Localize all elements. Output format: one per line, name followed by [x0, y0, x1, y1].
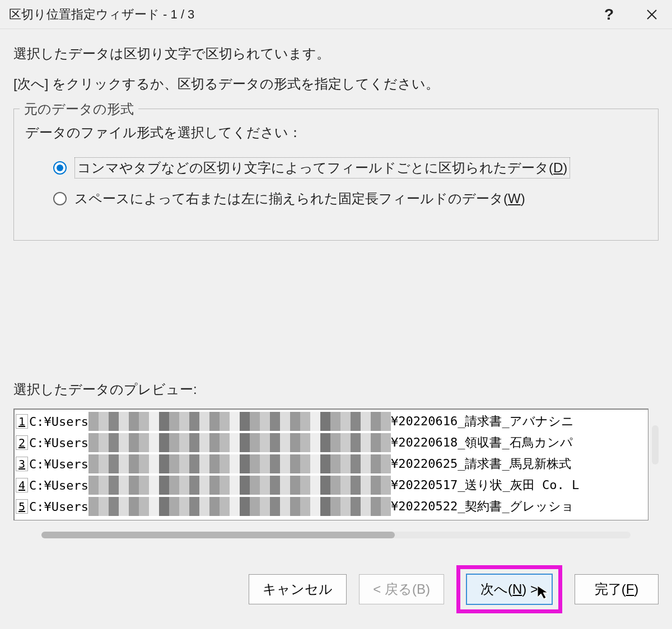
help-icon[interactable]: ?: [604, 6, 614, 24]
preview-label: 選択したデータのプレビュー:: [13, 381, 659, 398]
preview-row: 4C:¥Users¥20220517_送り状_灰田 Co. L: [15, 475, 648, 496]
close-icon[interactable]: [641, 3, 663, 26]
window-title: 区切り位置指定ウィザード - 1 / 3: [9, 6, 194, 23]
titlebar-controls: ?: [604, 3, 663, 26]
preview-box: 1C:¥Users¥20220616_請求書_アバナシニ2C:¥Users¥20…: [13, 409, 648, 520]
radio-delimited-label[interactable]: コンマやタブなどの区切り文字によってフィールドごとに区切られたデータ(D): [74, 157, 570, 179]
preview-horizontal-scrollbar[interactable]: [41, 532, 631, 538]
cancel-button[interactable]: キャンセル: [249, 574, 347, 604]
finish-button[interactable]: 完了(F): [575, 574, 659, 604]
obscured-pixelation: [88, 497, 391, 516]
row-number: 1: [16, 414, 28, 429]
preview-row: 2C:¥Users¥20220618_領収書_石鳥カンパ: [15, 432, 648, 453]
obscured-pixelation: [88, 412, 391, 431]
intro-line-1: 選択したデータは区切り文字で区切られています。: [13, 45, 659, 63]
radio-fixed-width-row[interactable]: スペースによって右または左に揃えられた固定長フィールドのデータ(W): [53, 190, 647, 208]
radio-delimited-row[interactable]: コンマやタブなどの区切り文字によってフィールドごとに区切られたデータ(D): [53, 157, 647, 179]
next-button[interactable]: 次へ(N) >: [466, 574, 553, 605]
row-path-left: C:¥Users: [29, 457, 88, 471]
row-path-right: ¥20220517_送り状_灰田 Co. L: [391, 477, 579, 494]
row-path-right: ¥20220618_領収書_石鳥カンパ: [391, 434, 573, 451]
preview-hscroll-thumb[interactable]: [41, 532, 395, 538]
row-number: 4: [16, 478, 28, 492]
radio-delimited[interactable]: [53, 161, 67, 175]
preview-row: 3C:¥Users¥20220625_請求書_馬見新株式: [15, 453, 648, 475]
row-path-right: ¥20220522_契約書_グレッショ: [391, 498, 574, 515]
row-number: 2: [16, 435, 28, 450]
button-bar: キャンセル < 戻る(B) 次へ(N) > 完了(F): [0, 550, 672, 629]
preview-vertical-scrollbar[interactable]: [652, 425, 659, 464]
obscured-pixelation: [88, 454, 391, 473]
preview-row: 5C:¥Users¥20220522_契約書_グレッショ: [15, 496, 648, 517]
wizard-dialog: 区切り位置指定ウィザード - 1 / 3 ? 選択したデータは区切り文字で区切ら…: [0, 0, 672, 629]
radio-fixed-width[interactable]: [53, 192, 67, 205]
back-button: < 戻る(B): [359, 574, 444, 604]
title-bar: 区切り位置指定ウィザード - 1 / 3 ?: [0, 0, 672, 29]
next-button-highlight: 次へ(N) >: [456, 565, 562, 613]
preview-row: 1C:¥Users¥20220616_請求書_アバナシニ: [15, 411, 648, 432]
groupbox-legend: 元のデータの形式: [20, 100, 138, 118]
data-format-groupbox: 元のデータの形式 データのファイル形式を選択してください： コンマやタブなどの区…: [13, 109, 659, 241]
row-path-right: ¥20220625_請求書_馬見新株式: [391, 456, 571, 472]
format-prompt: データのファイル形式を選択してください：: [25, 124, 647, 142]
row-path-left: C:¥Users: [29, 436, 88, 450]
preview-section: 選択したデータのプレビュー: 1C:¥Users¥20220616_請求書_アバ…: [13, 381, 659, 538]
row-path-left: C:¥Users: [29, 478, 88, 492]
row-path-left: C:¥Users: [29, 500, 88, 514]
row-number: 5: [16, 499, 28, 514]
row-number: 3: [16, 457, 28, 471]
row-path-left: C:¥Users: [29, 415, 88, 429]
obscured-pixelation: [88, 433, 391, 452]
obscured-pixelation: [88, 476, 391, 495]
radio-fixed-width-label[interactable]: スペースによって右または左に揃えられた固定長フィールドのデータ(W): [74, 190, 525, 208]
dialog-content: 選択したデータは区切り文字で区切られています。 [次へ] をクリックするか、区切…: [0, 29, 672, 550]
intro-line-2: [次へ] をクリックするか、区切るデータの形式を指定してください。: [13, 75, 659, 93]
row-path-right: ¥20220616_請求書_アバナシニ: [391, 413, 574, 430]
